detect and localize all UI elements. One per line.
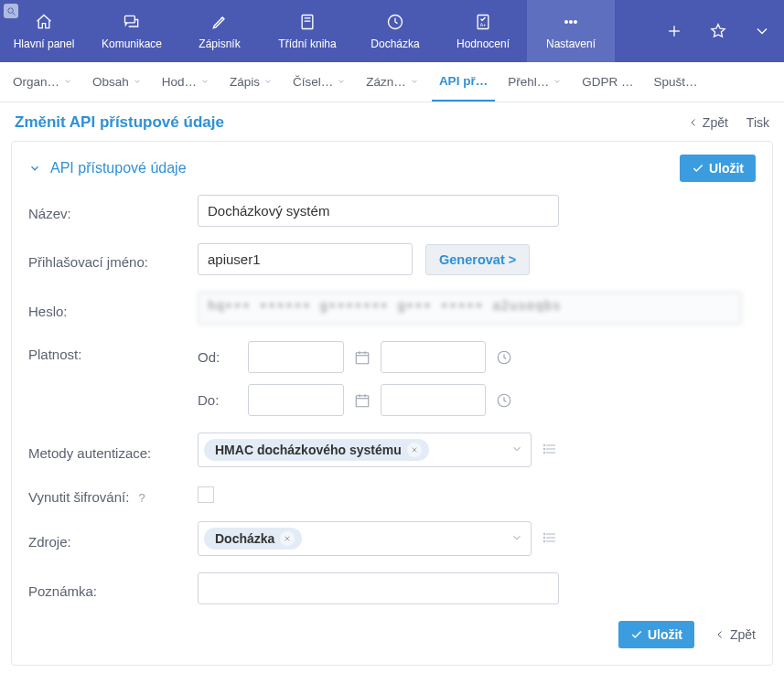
help-icon[interactable]: ? bbox=[139, 491, 145, 505]
pencil-icon bbox=[210, 13, 229, 34]
title-bar: Změnit API přístupové údaje Zpět Tisk bbox=[0, 102, 784, 141]
subtab-prehl[interactable]: Přehl… bbox=[500, 63, 569, 101]
note-input[interactable] bbox=[198, 572, 559, 604]
subtab-content[interactable]: Obsah bbox=[85, 63, 149, 101]
svg-point-9 bbox=[565, 20, 568, 23]
nav-classbook[interactable]: Třídní kniha bbox=[263, 0, 351, 62]
svg-rect-19 bbox=[356, 395, 369, 406]
valid-from-time[interactable] bbox=[381, 341, 486, 373]
chevron-down-icon bbox=[63, 75, 72, 89]
generate-button[interactable]: Generovat > bbox=[425, 244, 530, 275]
subtab-gdpr[interactable]: GDPR … bbox=[575, 63, 640, 101]
subtab-zazn[interactable]: Zázn… bbox=[359, 63, 426, 101]
nav-grading[interactable]: A+ Hodnocení bbox=[439, 0, 527, 62]
nav-communication[interactable]: Komunikace bbox=[88, 0, 176, 62]
calendar-icon[interactable] bbox=[353, 348, 371, 367]
back-label: Zpět bbox=[703, 115, 728, 130]
dots-icon bbox=[562, 13, 580, 34]
subtab-cisel[interactable]: Čísel… bbox=[285, 63, 353, 101]
svg-point-0 bbox=[7, 7, 13, 13]
chevron-down-icon bbox=[510, 531, 523, 547]
label-to: Do: bbox=[198, 392, 239, 408]
chevron-down-icon bbox=[510, 443, 523, 458]
back-link[interactable]: Zpět bbox=[688, 115, 728, 130]
nav-label: Nastavení bbox=[546, 37, 596, 50]
auth-chip: HMAC docházkového systému bbox=[204, 439, 429, 461]
svg-line-1 bbox=[12, 12, 15, 15]
chevron-down-icon bbox=[263, 75, 273, 89]
nav-attendance[interactable]: Docházka bbox=[351, 0, 439, 62]
svg-rect-14 bbox=[356, 352, 369, 363]
star-icon[interactable] bbox=[696, 0, 740, 62]
label-auth: Metody autentizace: bbox=[28, 440, 198, 461]
list-icon[interactable] bbox=[541, 530, 559, 548]
svg-point-31 bbox=[543, 452, 544, 453]
save-button-bottom[interactable]: Uložit bbox=[618, 621, 694, 648]
nav-label: Komunikace bbox=[102, 37, 162, 50]
subtabs: Organ… Obsah Hod… Zápis Čísel… Zázn… API… bbox=[0, 62, 784, 102]
force-encryption-checkbox[interactable] bbox=[198, 486, 214, 503]
svg-point-39 bbox=[543, 540, 544, 541]
nav-label: Třídní kniha bbox=[278, 37, 336, 50]
login-input[interactable] bbox=[198, 243, 413, 275]
valid-to-time[interactable] bbox=[381, 384, 486, 416]
page-title: Změnit API přístupové údaje bbox=[15, 113, 224, 132]
chevron-down-icon bbox=[410, 75, 419, 89]
label-sources: Zdroje: bbox=[28, 529, 198, 550]
calendar-icon[interactable] bbox=[353, 391, 371, 410]
svg-point-11 bbox=[575, 20, 577, 23]
book-icon bbox=[298, 13, 317, 34]
chevron-down-icon bbox=[133, 75, 142, 89]
nav-notebook[interactable]: Zápisník bbox=[176, 0, 263, 62]
auth-method-select[interactable]: HMAC docházkového systému bbox=[198, 433, 532, 467]
label-name: Název: bbox=[28, 200, 198, 221]
svg-rect-3 bbox=[302, 15, 313, 28]
expand-icon[interactable] bbox=[740, 0, 784, 62]
chevron-down-icon bbox=[337, 75, 346, 89]
clock-icon bbox=[386, 13, 404, 34]
add-icon[interactable] bbox=[652, 0, 696, 62]
remove-chip-icon[interactable] bbox=[280, 531, 295, 546]
home-icon bbox=[35, 13, 53, 34]
grade-icon: A+ bbox=[474, 13, 492, 34]
label-force-encryption: Vynutit šifrování: ? bbox=[28, 484, 198, 505]
svg-point-29 bbox=[543, 444, 544, 445]
nav-label: Zápisník bbox=[199, 37, 240, 50]
clock-icon[interactable] bbox=[495, 348, 513, 367]
top-navbar: Hlavní panel Komunikace Zápisník Třídní … bbox=[0, 0, 784, 62]
back-button-bottom[interactable]: Zpět bbox=[714, 627, 756, 642]
svg-point-10 bbox=[570, 20, 573, 23]
valid-from-date[interactable] bbox=[248, 341, 344, 373]
subtab-spust[interactable]: Spušt… bbox=[646, 63, 704, 101]
panel-heading: API přístupové údaje bbox=[50, 160, 187, 176]
subtab-organization[interactable]: Organ… bbox=[5, 63, 80, 101]
nav-label: Hlavní panel bbox=[14, 37, 75, 50]
source-chip: Docházka bbox=[204, 528, 302, 550]
subtab-hod[interactable]: Hod… bbox=[155, 63, 217, 101]
remove-chip-icon[interactable] bbox=[407, 443, 422, 457]
svg-point-30 bbox=[543, 448, 544, 449]
label-password: Heslo: bbox=[28, 298, 198, 319]
chevron-down-icon bbox=[553, 75, 562, 89]
valid-to-date[interactable] bbox=[248, 384, 344, 416]
list-icon[interactable] bbox=[541, 442, 559, 459]
panel-collapse-toggle[interactable]: API přístupové údaje bbox=[28, 160, 187, 176]
nav-label: Hodnocení bbox=[456, 37, 510, 50]
label-validity: Platnost: bbox=[28, 341, 198, 362]
print-link[interactable]: Tisk bbox=[746, 115, 769, 130]
label-note: Poznámka: bbox=[28, 578, 198, 599]
search-icon[interactable] bbox=[4, 4, 18, 18]
sources-select[interactable]: Docházka bbox=[198, 521, 532, 556]
nav-settings[interactable]: Nastavení bbox=[527, 0, 615, 62]
clock-icon[interactable] bbox=[495, 391, 513, 410]
label-login: Přihlašovací jméno: bbox=[28, 249, 198, 270]
svg-point-37 bbox=[543, 533, 544, 534]
svg-rect-2 bbox=[125, 16, 135, 22]
chat-icon bbox=[123, 13, 141, 34]
label-from: Od: bbox=[198, 349, 239, 365]
subtab-api[interactable]: API př… bbox=[432, 63, 495, 101]
save-button-top[interactable]: Uložit bbox=[680, 155, 756, 182]
name-input[interactable] bbox=[198, 195, 559, 227]
subtab-zapis[interactable]: Zápis bbox=[222, 63, 280, 101]
password-masked[interactable]: hq••• •••••• g••••••• g••• ••••• a2useqb… bbox=[198, 292, 742, 325]
